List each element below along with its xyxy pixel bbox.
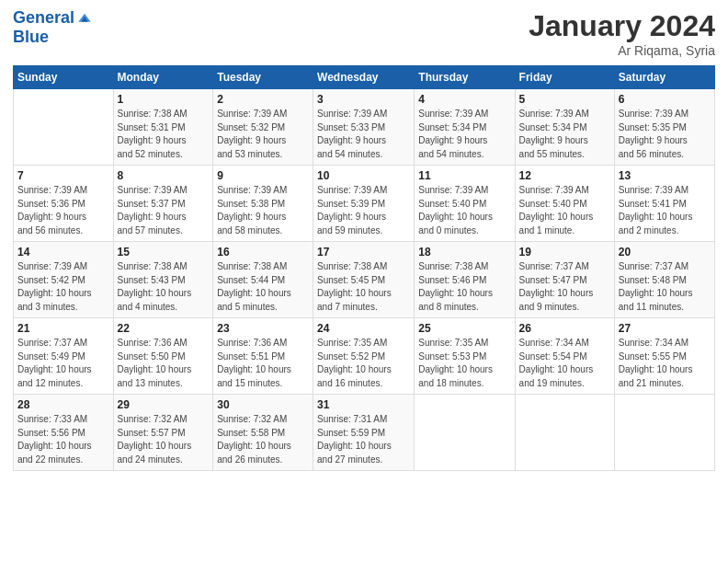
day-info: Sunrise: 7:38 AM Sunset: 5:43 PM Dayligh…: [118, 260, 210, 314]
day-number: 11: [418, 169, 510, 182]
day-info: Sunrise: 7:38 AM Sunset: 5:31 PM Dayligh…: [118, 108, 210, 161]
day-number: 15: [118, 246, 210, 259]
calendar-cell: [614, 395, 714, 471]
page-container: General Blue January 2024 Ar Riqama, Syr…: [0, 0, 728, 480]
calendar-header-cell: Wednesday: [313, 66, 415, 89]
calendar-cell: 20Sunrise: 7:37 AM Sunset: 5:48 PM Dayli…: [614, 242, 714, 318]
calendar-week-row: 14Sunrise: 7:39 AM Sunset: 5:42 PM Dayli…: [14, 242, 715, 318]
day-info: Sunrise: 7:37 AM Sunset: 5:49 PM Dayligh…: [17, 337, 109, 390]
calendar-week-row: 21Sunrise: 7:37 AM Sunset: 5:49 PM Dayli…: [14, 318, 715, 395]
day-number: 4: [418, 93, 510, 106]
day-info: Sunrise: 7:38 AM Sunset: 5:45 PM Dayligh…: [317, 260, 410, 314]
calendar-header-cell: Thursday: [415, 66, 515, 89]
day-info: Sunrise: 7:39 AM Sunset: 5:34 PM Dayligh…: [418, 108, 510, 161]
day-info: Sunrise: 7:39 AM Sunset: 5:40 PM Dayligh…: [519, 184, 610, 237]
calendar-cell: 25Sunrise: 7:35 AM Sunset: 5:53 PM Dayli…: [415, 318, 515, 395]
day-info: Sunrise: 7:36 AM Sunset: 5:51 PM Dayligh…: [217, 337, 309, 390]
day-info: Sunrise: 7:36 AM Sunset: 5:50 PM Dayligh…: [118, 337, 210, 390]
calendar-cell: 23Sunrise: 7:36 AM Sunset: 5:51 PM Dayli…: [213, 318, 313, 395]
logo-icon: [76, 10, 93, 27]
day-info: Sunrise: 7:39 AM Sunset: 5:42 PM Dayligh…: [17, 260, 109, 314]
calendar-cell: 13Sunrise: 7:39 AM Sunset: 5:41 PM Dayli…: [614, 166, 714, 242]
day-info: Sunrise: 7:35 AM Sunset: 5:52 PM Dayligh…: [317, 337, 410, 390]
calendar-cell: 27Sunrise: 7:34 AM Sunset: 5:55 PM Dayli…: [614, 318, 714, 395]
calendar-cell: 11Sunrise: 7:39 AM Sunset: 5:40 PM Dayli…: [415, 166, 515, 242]
calendar-cell: 17Sunrise: 7:38 AM Sunset: 5:45 PM Dayli…: [313, 242, 415, 318]
calendar-header-row: SundayMondayTuesdayWednesdayThursdayFrid…: [14, 66, 715, 89]
day-info: Sunrise: 7:39 AM Sunset: 5:34 PM Dayligh…: [519, 108, 610, 161]
day-number: 30: [217, 398, 309, 411]
calendar-cell: 18Sunrise: 7:38 AM Sunset: 5:46 PM Dayli…: [415, 242, 515, 318]
calendar-cell: 21Sunrise: 7:37 AM Sunset: 5:49 PM Dayli…: [14, 318, 114, 395]
calendar-cell: 24Sunrise: 7:35 AM Sunset: 5:52 PM Dayli…: [313, 318, 415, 395]
calendar-header-cell: Friday: [515, 66, 614, 89]
calendar-cell: 26Sunrise: 7:34 AM Sunset: 5:54 PM Dayli…: [515, 318, 614, 395]
day-number: 13: [619, 169, 711, 182]
calendar-cell: [415, 395, 515, 471]
day-number: 21: [17, 322, 109, 335]
calendar-week-row: 7Sunrise: 7:39 AM Sunset: 5:36 PM Daylig…: [14, 166, 715, 242]
calendar-cell: 12Sunrise: 7:39 AM Sunset: 5:40 PM Dayli…: [515, 166, 614, 242]
day-info: Sunrise: 7:39 AM Sunset: 5:32 PM Dayligh…: [217, 108, 309, 161]
day-number: 10: [317, 169, 410, 182]
calendar-cell: [14, 89, 114, 166]
calendar-cell: 15Sunrise: 7:38 AM Sunset: 5:43 PM Dayli…: [113, 242, 213, 318]
day-info: Sunrise: 7:39 AM Sunset: 5:37 PM Dayligh…: [118, 184, 210, 237]
day-info: Sunrise: 7:38 AM Sunset: 5:44 PM Dayligh…: [217, 260, 309, 314]
title-area: January 2024 Ar Riqama, Syria: [529, 9, 715, 58]
day-info: Sunrise: 7:39 AM Sunset: 5:39 PM Dayligh…: [317, 184, 410, 237]
calendar-cell: 8Sunrise: 7:39 AM Sunset: 5:37 PM Daylig…: [113, 166, 213, 242]
day-number: 19: [519, 246, 610, 259]
day-info: Sunrise: 7:39 AM Sunset: 5:40 PM Dayligh…: [418, 184, 510, 237]
day-info: Sunrise: 7:37 AM Sunset: 5:48 PM Dayligh…: [619, 260, 711, 314]
day-number: 23: [217, 322, 309, 335]
day-info: Sunrise: 7:37 AM Sunset: 5:47 PM Dayligh…: [519, 260, 610, 314]
page-header: General Blue January 2024 Ar Riqama, Syr…: [13, 9, 715, 58]
day-number: 16: [217, 246, 309, 259]
logo-blue: Blue: [13, 28, 93, 47]
day-info: Sunrise: 7:34 AM Sunset: 5:55 PM Dayligh…: [619, 337, 711, 390]
day-info: Sunrise: 7:39 AM Sunset: 5:41 PM Dayligh…: [619, 184, 711, 237]
calendar-cell: 28Sunrise: 7:33 AM Sunset: 5:56 PM Dayli…: [14, 395, 114, 471]
day-number: 25: [418, 322, 510, 335]
calendar-cell: 6Sunrise: 7:39 AM Sunset: 5:35 PM Daylig…: [614, 89, 714, 166]
calendar-cell: [515, 395, 614, 471]
day-info: Sunrise: 7:39 AM Sunset: 5:33 PM Dayligh…: [317, 108, 410, 161]
day-info: Sunrise: 7:39 AM Sunset: 5:38 PM Dayligh…: [217, 184, 309, 237]
calendar-cell: 16Sunrise: 7:38 AM Sunset: 5:44 PM Dayli…: [213, 242, 313, 318]
day-number: 5: [519, 93, 610, 106]
calendar-cell: 31Sunrise: 7:31 AM Sunset: 5:59 PM Dayli…: [313, 395, 415, 471]
day-number: 20: [619, 246, 711, 259]
month-title: January 2024: [529, 9, 715, 43]
calendar-cell: 10Sunrise: 7:39 AM Sunset: 5:39 PM Dayli…: [313, 166, 415, 242]
day-number: 31: [317, 398, 410, 411]
calendar-cell: 14Sunrise: 7:39 AM Sunset: 5:42 PM Dayli…: [14, 242, 114, 318]
calendar-cell: 30Sunrise: 7:32 AM Sunset: 5:58 PM Dayli…: [213, 395, 313, 471]
calendar-cell: 9Sunrise: 7:39 AM Sunset: 5:38 PM Daylig…: [213, 166, 313, 242]
calendar-week-row: 28Sunrise: 7:33 AM Sunset: 5:56 PM Dayli…: [14, 395, 715, 471]
day-number: 18: [418, 246, 510, 259]
day-number: 26: [519, 322, 610, 335]
calendar-cell: 29Sunrise: 7:32 AM Sunset: 5:57 PM Dayli…: [113, 395, 213, 471]
day-number: 1: [118, 93, 210, 106]
calendar-cell: 4Sunrise: 7:39 AM Sunset: 5:34 PM Daylig…: [415, 89, 515, 166]
calendar-cell: 3Sunrise: 7:39 AM Sunset: 5:33 PM Daylig…: [313, 89, 415, 166]
calendar-cell: 5Sunrise: 7:39 AM Sunset: 5:34 PM Daylig…: [515, 89, 614, 166]
day-number: 24: [317, 322, 410, 335]
day-number: 27: [619, 322, 711, 335]
day-number: 14: [17, 246, 109, 259]
day-info: Sunrise: 7:31 AM Sunset: 5:59 PM Dayligh…: [317, 413, 410, 466]
day-info: Sunrise: 7:33 AM Sunset: 5:56 PM Dayligh…: [17, 413, 109, 466]
calendar-cell: 1Sunrise: 7:38 AM Sunset: 5:31 PM Daylig…: [113, 89, 213, 166]
calendar-cell: 7Sunrise: 7:39 AM Sunset: 5:36 PM Daylig…: [14, 166, 114, 242]
day-number: 6: [619, 93, 711, 106]
day-number: 28: [17, 398, 109, 411]
logo: General Blue: [13, 9, 93, 47]
logo-text: General: [13, 9, 74, 28]
day-info: Sunrise: 7:34 AM Sunset: 5:54 PM Dayligh…: [519, 337, 610, 390]
calendar-header-cell: Tuesday: [213, 66, 313, 89]
calendar-body: 1Sunrise: 7:38 AM Sunset: 5:31 PM Daylig…: [14, 89, 715, 471]
calendar-header-cell: Saturday: [614, 66, 714, 89]
calendar-cell: 19Sunrise: 7:37 AM Sunset: 5:47 PM Dayli…: [515, 242, 614, 318]
day-number: 29: [118, 398, 210, 411]
